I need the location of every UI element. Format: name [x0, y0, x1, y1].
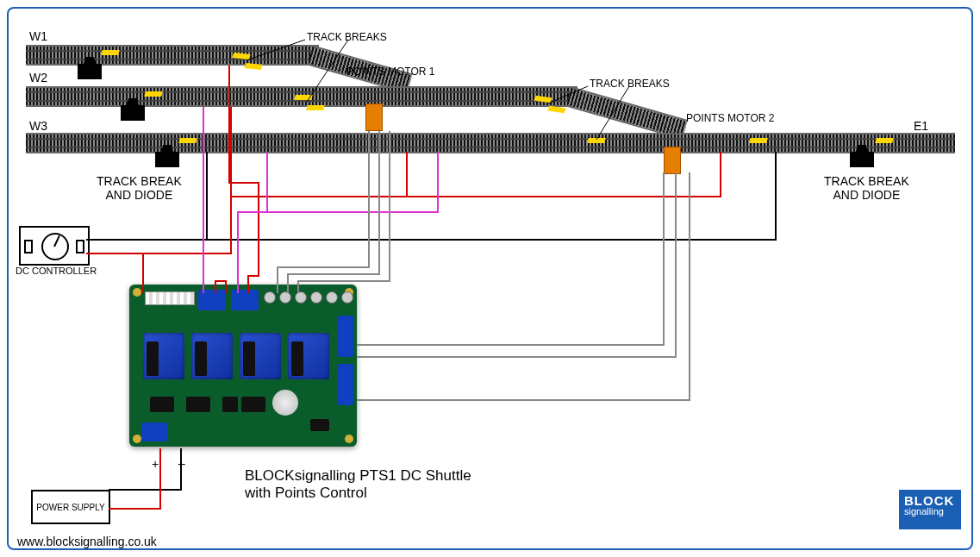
- label-w3: W3: [29, 119, 47, 133]
- website-url: www.blocksignalling.co.uk: [17, 535, 157, 548]
- tbd-right-l2: AND DIODE: [833, 188, 901, 202]
- buffer-e1: [850, 152, 874, 167]
- product-title: BLOCKsignalling PTS1 DC Shuttle with Poi…: [245, 467, 471, 502]
- relay-2: [191, 333, 233, 379]
- terminal-block-power: [141, 422, 167, 441]
- header-strip: [145, 291, 195, 305]
- terminal-block-right-1: [338, 316, 353, 357]
- relay-3: [240, 333, 281, 379]
- break-mid: [587, 138, 606, 143]
- tbd-left-l1: TRACK BREAK: [97, 174, 182, 188]
- label-w1: W1: [29, 29, 47, 43]
- relay-1: [143, 333, 184, 379]
- ic-chip: [241, 397, 265, 412]
- label-w2: W2: [29, 71, 47, 84]
- dc-controller: [19, 226, 90, 266]
- pcb-board: [129, 285, 357, 447]
- ic-chip: [222, 397, 238, 412]
- break-merge-2b: [306, 105, 325, 110]
- points-motor-1: [365, 103, 383, 131]
- break-e-inner: [749, 138, 768, 143]
- track-w1: [26, 45, 319, 66]
- label-points-motor-2: POINTS MOTOR 2: [686, 112, 774, 124]
- break-w3: [178, 138, 197, 143]
- pcb-hole: [133, 288, 141, 297]
- label-track-breaks-1: TRACK BREAKS: [307, 31, 387, 43]
- label-plus: +: [152, 457, 159, 471]
- product-title-l1: BLOCKsignalling PTS1 DC Shuttle: [245, 467, 471, 485]
- terminal-block: [231, 290, 259, 310]
- break-e1: [875, 138, 894, 143]
- label-track-break-diode-right: TRACK BREAK AND DIODE: [824, 174, 909, 202]
- terminal-block: [198, 290, 226, 310]
- ic-chip: [186, 397, 210, 412]
- points-motor-2: [664, 147, 681, 174]
- tbd-right-l1: TRACK BREAK: [824, 174, 909, 188]
- break-w2: [144, 91, 163, 97]
- diagram-frame: W1 W2 W3 E1 TRACK BREAKS POINTS MOTOR 1 …: [0, 0, 980, 557]
- tbd-left-l2: AND DIODE: [106, 188, 173, 202]
- product-title-l2: with Points Control: [245, 485, 471, 502]
- label-dc-controller: DC CONTROLLER: [16, 266, 97, 276]
- label-points-motor-1: POINTS MOTOR 1: [346, 66, 434, 78]
- label-e1: E1: [914, 119, 928, 133]
- buffer-w3: [155, 152, 179, 167]
- dc-term-right: [76, 240, 84, 253]
- dc-dial: [41, 233, 69, 260]
- terminal-block-right-2: [338, 364, 353, 405]
- ic-chip: [310, 419, 329, 431]
- buffer-w1: [78, 64, 102, 79]
- brand-logo: BLOCK signalling: [899, 490, 961, 529]
- coin-cell-icon: [272, 390, 298, 416]
- power-supply: POWER SUPPLY: [31, 490, 110, 524]
- label-track-breaks-2: TRACK BREAKS: [590, 78, 670, 90]
- break-w1: [101, 50, 120, 55]
- label-track-break-diode-left: TRACK BREAK AND DIODE: [97, 174, 182, 202]
- break-merge-2a: [294, 95, 313, 100]
- pcb-hole: [133, 435, 141, 443]
- dc-term-left: [24, 240, 33, 253]
- pcb-hole: [345, 435, 353, 443]
- relay-4: [288, 333, 329, 379]
- buffer-w2: [121, 105, 145, 121]
- power-supply-text: POWER SUPPLY: [36, 503, 104, 512]
- screw-terminals-top: [264, 291, 353, 304]
- ic-chip: [150, 397, 174, 412]
- label-minus: −: [178, 457, 185, 473]
